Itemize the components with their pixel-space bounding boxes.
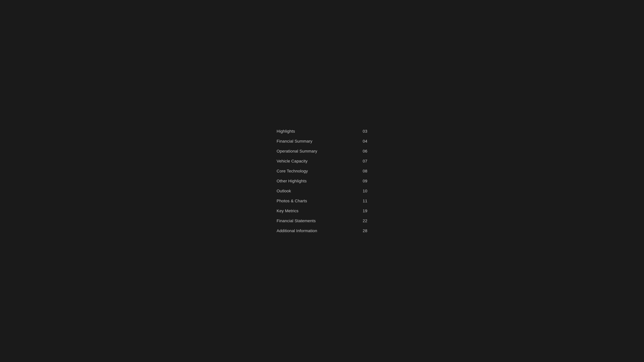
toc-item[interactable]: Photos & Charts11 <box>277 196 368 206</box>
toc-item[interactable]: Additional Information28 <box>277 226 368 236</box>
toc-item-page: 06 <box>362 149 368 154</box>
toc-item-page: 28 <box>362 229 368 233</box>
toc-item[interactable]: Highlights03 <box>277 126 368 136</box>
toc-item-page: 11 <box>362 199 368 203</box>
toc-item[interactable]: Financial Summary04 <box>277 136 368 146</box>
toc-item-label: Outlook <box>277 189 291 193</box>
toc-item-label: Photos & Charts <box>277 199 307 203</box>
toc-item-page: 09 <box>362 179 368 183</box>
toc-item-label: Financial Statements <box>277 219 316 223</box>
toc-item-page: 10 <box>362 189 368 193</box>
toc-item-label: Highlights <box>277 129 295 134</box>
toc-item-page: 03 <box>362 129 368 134</box>
toc-item-label: Core Technology <box>277 169 308 173</box>
toc-item[interactable]: Other Highlights09 <box>277 176 368 186</box>
toc-item-page: 08 <box>362 169 368 173</box>
toc-item-label: Additional Information <box>277 229 317 233</box>
toc-item[interactable]: Vehicle Capacity07 <box>277 156 368 166</box>
toc-item[interactable]: Key Metrics19 <box>277 206 368 216</box>
toc-item[interactable]: Financial Statements22 <box>277 216 368 226</box>
toc-item-page: 19 <box>362 209 368 213</box>
toc-item-label: Operational Summary <box>277 149 318 154</box>
toc-item-label: Vehicle Capacity <box>277 159 308 163</box>
toc-item[interactable]: Core Technology08 <box>277 166 368 176</box>
toc-item-label: Key Metrics <box>277 209 298 213</box>
table-of-contents: Highlights03Financial Summary04Operation… <box>271 115 373 248</box>
toc-item-page: 22 <box>362 219 368 223</box>
toc-item[interactable]: Operational Summary06 <box>277 146 368 156</box>
toc-item-page: 07 <box>362 159 368 163</box>
toc-item-page: 04 <box>362 139 368 144</box>
toc-item-label: Financial Summary <box>277 139 312 144</box>
toc-item-label: Other Highlights <box>277 179 307 183</box>
toc-item[interactable]: Outlook10 <box>277 186 368 196</box>
